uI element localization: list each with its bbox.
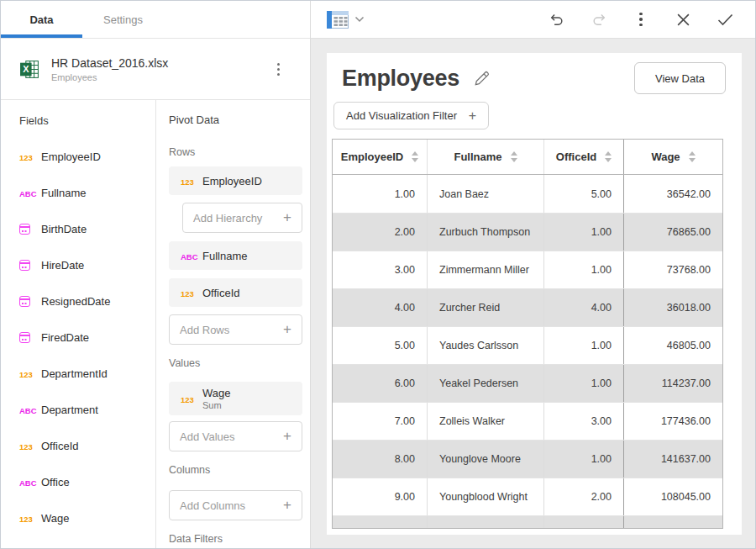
field-label: BirthDate xyxy=(41,223,87,235)
field-type-icon xyxy=(19,512,41,525)
undo-button[interactable] xyxy=(549,11,565,28)
data-source-menu-icon[interactable] xyxy=(272,60,285,79)
fields-panel: Fields EmployeeID Fullname xyxy=(1,100,156,548)
grid-row: 2.00 Zurbuch Thompson 1.00 76865.00 xyxy=(333,213,722,251)
edit-title-icon[interactable] xyxy=(472,69,491,88)
value-chip-wage[interactable]: Wage Sum xyxy=(169,382,302,415)
fields-title: Fields xyxy=(19,114,155,127)
field-item[interactable]: EmployeeID xyxy=(19,139,155,175)
field-type-icon xyxy=(19,187,41,199)
field-label: ResignedDate xyxy=(41,295,110,308)
values-section-label: Values xyxy=(169,357,302,369)
field-label: Department xyxy=(41,404,98,416)
close-icon[interactable] xyxy=(675,13,691,27)
left-panel: Data Settings X HR Dataset_2016.xlsx Emp… xyxy=(1,1,311,548)
add-rows-dropzone[interactable]: Add Rows+ xyxy=(169,314,302,345)
field-item[interactable]: Wage xyxy=(19,500,155,536)
svg-text:X: X xyxy=(23,64,29,74)
string-icon xyxy=(181,250,202,262)
field-item[interactable]: OfficeId xyxy=(19,428,155,464)
grid-header-row: EmployeeID Fullname OfficeId xyxy=(333,140,722,175)
grid-row: 9.00 Youngblood Wright 2.00 108045.00 xyxy=(333,478,722,515)
number-icon xyxy=(181,393,202,405)
row-chip-employeeid[interactable]: EmployeeID xyxy=(169,166,302,195)
confirm-icon[interactable] xyxy=(717,13,733,26)
grid-row: 7.00 Zolleis Walker 3.00 177436.00 xyxy=(333,402,722,440)
grid-row: 8.00 Younglove Moore 1.00 141637.00 xyxy=(333,440,722,478)
file-name: HR Dataset_2016.xlsx xyxy=(51,56,272,70)
add-values-dropzone[interactable]: Add Values+ xyxy=(169,421,302,451)
grid-column-header[interactable]: Wage xyxy=(623,140,722,174)
grid-column-header[interactable]: Fullname xyxy=(428,140,544,174)
field-type-icon xyxy=(19,476,41,488)
field-item[interactable]: HireDate xyxy=(19,247,155,283)
field-label: Office xyxy=(41,476,70,488)
data-source-editor-dialog: Data Settings X HR Dataset_2016.xlsx Emp… xyxy=(0,0,756,549)
grid-row: 5.00 Yaudes Carlsson 1.00 46805.00 xyxy=(333,326,722,364)
grid-body: 1.00 Joan Baez 5.00 36542.00 2.00 Zurbuc… xyxy=(333,175,722,515)
number-icon xyxy=(181,287,202,299)
field-item[interactable]: FiredDate xyxy=(19,319,155,356)
excel-file-icon: X xyxy=(19,59,40,80)
field-item[interactable]: BirthDate xyxy=(19,211,155,247)
sort-icon[interactable] xyxy=(412,151,418,163)
number-icon xyxy=(181,175,202,187)
pivot-data-title: Pivot Data xyxy=(169,113,302,126)
field-label: OfficeId xyxy=(41,440,79,452)
field-item[interactable]: Office xyxy=(19,464,155,500)
tab-settings[interactable]: Settings xyxy=(82,1,164,38)
field-type-icon xyxy=(19,332,41,343)
grid-row-partial xyxy=(333,515,722,529)
field-type-icon xyxy=(19,404,41,416)
view-data-button[interactable]: View Data xyxy=(634,62,726,94)
chevron-down-icon[interactable] xyxy=(354,16,365,23)
field-label: EmployeeID xyxy=(41,150,101,163)
field-label: HireDate xyxy=(41,259,84,272)
data-source-header: X HR Dataset_2016.xlsx Employees xyxy=(1,39,310,100)
redo-button[interactable] xyxy=(591,11,607,28)
grid-row: 3.00 Zimmermann Miller 1.00 73768.00 xyxy=(333,251,722,288)
grid-row: 6.00 Yeakel Pedersen 1.00 114237.00 xyxy=(333,364,722,402)
field-label: Fullname xyxy=(41,187,86,199)
sort-icon[interactable] xyxy=(511,151,517,163)
field-type-icon xyxy=(19,260,41,271)
widget-card: Employees View Data Add Visualization Fi… xyxy=(327,53,742,535)
grid-column-header[interactable]: EmployeeID xyxy=(333,140,428,174)
rows-section-label: Rows xyxy=(169,146,302,158)
field-type-icon xyxy=(19,367,41,380)
field-item[interactable]: DepartmentId xyxy=(19,356,155,392)
plus-icon: + xyxy=(283,497,291,514)
sort-icon[interactable] xyxy=(605,151,612,163)
grid-column-header[interactable]: OfficeId xyxy=(544,140,624,174)
field-item[interactable]: Department xyxy=(19,392,155,428)
data-source-info: HR Dataset_2016.xlsx Employees xyxy=(51,56,272,82)
add-visualization-filter-button[interactable]: Add Visualization Filter+ xyxy=(333,102,489,129)
field-type-icon xyxy=(19,296,41,307)
field-label: DepartmentId xyxy=(41,367,108,380)
designer-canvas: Employees View Data Add Visualization Fi… xyxy=(311,39,755,548)
designer-toolbar xyxy=(311,1,755,39)
add-hierarchy-dropzone[interactable]: Add Hierarchy+ xyxy=(182,203,302,233)
more-options-icon[interactable] xyxy=(633,13,649,27)
field-item[interactable]: Fullname xyxy=(19,175,155,211)
tab-data[interactable]: Data xyxy=(1,1,82,38)
grid-row: 4.00 Zurcher Reid 4.00 36018.00 xyxy=(333,288,722,326)
left-tabs: Data Settings xyxy=(1,1,310,39)
row-chip-officeid[interactable]: OfficeId xyxy=(169,278,302,307)
grid-row: 1.00 Joan Baez 5.00 36542.00 xyxy=(333,175,722,213)
plus-icon: + xyxy=(283,209,291,226)
plus-icon: + xyxy=(469,108,476,124)
pivot-data-panel: Pivot Data Rows EmployeeID Add Hierarchy… xyxy=(156,100,310,548)
field-item[interactable]: ResignedDate xyxy=(19,283,155,319)
table-name: Employees xyxy=(51,72,272,82)
row-chip-fullname[interactable]: Fullname xyxy=(169,241,302,270)
columns-section-label: Columns xyxy=(169,464,302,476)
add-columns-dropzone[interactable]: Add Columns+ xyxy=(169,490,302,520)
pivot-grid-widget-icon[interactable] xyxy=(327,11,349,29)
field-type-icon xyxy=(19,224,41,235)
field-type-icon xyxy=(19,150,41,163)
sort-icon[interactable] xyxy=(689,151,696,163)
pivot-grid-widget: EmployeeID Fullname OfficeId xyxy=(332,139,723,529)
fields-list: EmployeeID Fullname BirthDate xyxy=(19,139,155,536)
field-type-icon xyxy=(19,440,41,452)
